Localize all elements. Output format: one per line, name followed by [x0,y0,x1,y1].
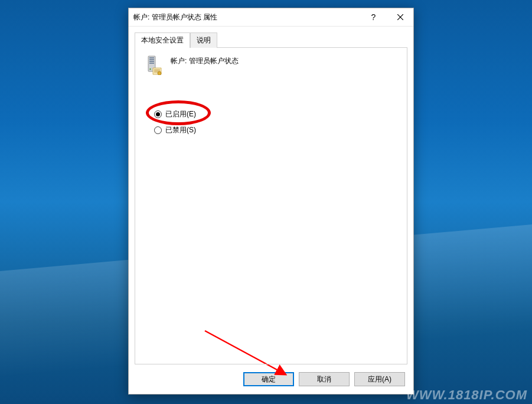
ok-button[interactable]: 确定 [243,372,294,386]
svg-rect-3 [149,57,154,58]
svg-rect-4 [149,59,154,60]
close-button[interactable] [387,9,413,26]
tab-explanation[interactable]: 说明 [190,32,217,48]
policy-title: 帐户: 管理员帐户状态 [171,55,239,66]
radio-dot-icon [154,110,162,118]
close-icon [397,14,403,20]
radio-disabled[interactable]: 已禁用(S) [154,125,399,135]
tab-panel: 帐户: 管理员帐户状态 已启用(E) 已禁用(S) [135,47,407,364]
radio-enabled[interactable]: 已启用(E) [154,109,399,119]
properties-dialog: 帐户: 管理员帐户状态 属性 ? 本地安全设置 说明 [128,8,414,395]
apply-button[interactable]: 应用(A) [354,372,405,386]
tab-local-security[interactable]: 本地安全设置 [135,32,190,48]
cancel-button[interactable]: 取消 [299,372,350,386]
titlebar: 帐户: 管理员帐户状态 属性 ? [129,8,413,27]
policy-header-row: 帐户: 管理员帐户状态 [143,55,399,75]
radio-enabled-label: 已启用(E) [165,109,196,119]
server-policy-icon [143,55,164,75]
dialog-button-bar: 确定 取消 应用(A) [129,364,413,394]
svg-point-8 [158,71,161,75]
svg-point-7 [149,69,151,70]
radio-disabled-label: 已禁用(S) [165,125,196,135]
dialog-title: 帐户: 管理员帐户状态 属性 [133,12,360,22]
radio-group: 已启用(E) 已禁用(S) [154,109,399,135]
dialog-body: 本地安全设置 说明 帐户: 管理员帐户状态 [129,27,413,364]
radio-circle-icon [154,126,162,134]
svg-rect-6 [149,63,154,64]
tab-strip: 本地安全设置 说明 [135,32,407,48]
svg-rect-5 [149,61,154,62]
help-button[interactable]: ? [360,9,387,26]
watermark: WWW.1818IP.COM [406,387,527,403]
